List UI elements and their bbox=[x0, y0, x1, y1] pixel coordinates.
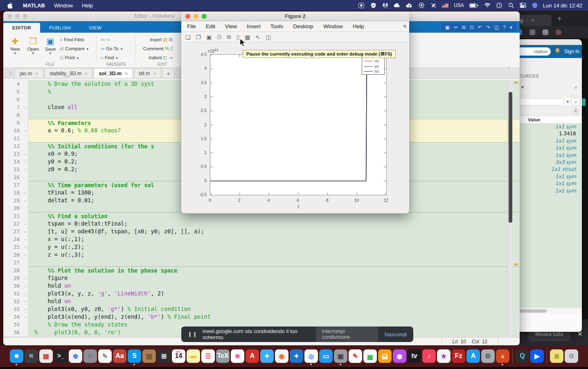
panel-menu-icon[interactable]: ▼ bbox=[573, 109, 579, 114]
pointer-icon[interactable]: ↖ bbox=[256, 34, 261, 40]
dock-icon-finder[interactable]: ☻ bbox=[10, 349, 23, 363]
dock-icon-html-editor[interactable]: ⊕ bbox=[69, 349, 82, 363]
code-text[interactable]: plot3(x(end), y(end), z(end), 'b*') % Fi… bbox=[29, 313, 520, 321]
tab-view[interactable]: VIEW bbox=[80, 23, 110, 33]
us-flag-icon[interactable] bbox=[442, 2, 448, 9]
figure-title-bar[interactable]: Figure 2 bbox=[181, 11, 409, 21]
search-icon[interactable] bbox=[508, 2, 514, 9]
code-text[interactable]: tspan = 0:deltat:tFinal; bbox=[29, 220, 520, 228]
close-window-button[interactable] bbox=[7, 14, 12, 18]
dock-icon-imovie[interactable]: ★ bbox=[437, 349, 451, 363]
code-text[interactable]: y = u(:,2); bbox=[29, 243, 520, 251]
cloud-upload-icon[interactable] bbox=[406, 2, 413, 9]
dock-icon-archive[interactable]: ≣ bbox=[550, 349, 563, 363]
favicon-grey[interactable] bbox=[529, 29, 535, 35]
sign-in-link[interactable]: Sign In bbox=[564, 49, 579, 54]
go-to-button[interactable]: ⇨ Go To ▼ bbox=[101, 46, 123, 51]
redo-icon[interactable]: ↷ bbox=[486, 25, 490, 30]
dock-icon-safari[interactable]: ✦ bbox=[260, 349, 274, 363]
control-center-icon[interactable] bbox=[520, 2, 526, 9]
wifi-icon[interactable] bbox=[484, 2, 491, 9]
dock-icon-skype[interactable]: S bbox=[128, 349, 141, 363]
menu-item-window[interactable]: Window bbox=[50, 2, 77, 9]
find-files-button[interactable]: ⌕ Find Files bbox=[60, 37, 84, 42]
plot-axes[interactable] bbox=[210, 54, 387, 195]
dock-icon-textedit[interactable]: ✎ bbox=[349, 349, 362, 363]
apple-logo-icon[interactable] bbox=[7, 2, 13, 9]
cut-icon[interactable]: ✂ bbox=[454, 25, 458, 30]
code-text[interactable]: figure bbox=[29, 274, 520, 282]
record-icon[interactable] bbox=[418, 2, 425, 9]
menu-bar-clock[interactable]: Lun 14 dic 12:42 bbox=[543, 2, 582, 9]
print-figure-icon[interactable]: ⎙ bbox=[217, 34, 221, 40]
open-file-icon[interactable]: ❐ bbox=[196, 34, 201, 40]
tab-publish[interactable]: PUBLISH bbox=[40, 23, 80, 33]
dock-icon-acrobat[interactable]: A bbox=[246, 349, 259, 363]
code-text[interactable]: %% Plot the solution in the phase space bbox=[29, 266, 520, 274]
dock-icon-launchpad[interactable]: ▦ bbox=[39, 349, 53, 363]
dock-icon-books[interactable]: ⬓ bbox=[378, 349, 392, 363]
cloud-sync-icon[interactable] bbox=[394, 2, 401, 9]
dock-icon-terminal[interactable]: >_ bbox=[54, 349, 68, 363]
figure-menu-edit[interactable]: Edit bbox=[206, 23, 215, 29]
figure-menu-insert[interactable]: Insert bbox=[247, 23, 261, 29]
dock-icon-zoom-app[interactable]: ▶ bbox=[530, 349, 544, 363]
shield-check-icon[interactable] bbox=[370, 2, 376, 9]
annotation-marker[interactable] bbox=[514, 264, 518, 265]
usa-label[interactable]: USA bbox=[454, 2, 464, 9]
new-document-tab[interactable]: + bbox=[162, 68, 174, 78]
code-text[interactable]: [t, u] = ode45(@f, tspan, [x0; y0; z0], … bbox=[29, 228, 520, 235]
figure-menu-file[interactable]: File bbox=[187, 23, 196, 29]
tab-close-icon[interactable]: × bbox=[153, 71, 156, 76]
new-figure-icon[interactable]: ❏ bbox=[185, 34, 191, 40]
indent-button[interactable]: Indent ⊏ ⇥ bbox=[149, 55, 173, 60]
menu-item-help[interactable]: Help bbox=[77, 2, 97, 9]
code-text[interactable] bbox=[29, 259, 520, 266]
document-tab-jac-m[interactable]: jac.m× bbox=[14, 68, 43, 78]
search-button[interactable]: ⌕ bbox=[571, 98, 580, 106]
save-button[interactable]: ▣Save▼ bbox=[42, 36, 59, 55]
more-icon[interactable]: ▾ bbox=[510, 25, 512, 30]
dropbox-icon[interactable] bbox=[382, 2, 388, 9]
dock-icon-reminders[interactable]: ☰ bbox=[201, 349, 215, 363]
new-button[interactable]: ✚New▼ bbox=[7, 36, 24, 55]
dock-icon-openoffice[interactable]: ✦ bbox=[290, 349, 303, 363]
code-text[interactable]: z = u(:,3); bbox=[29, 251, 520, 259]
detach-arrow-icon[interactable]: ◥ bbox=[403, 24, 406, 29]
code-text[interactable]: x = u(:,1); bbox=[29, 235, 520, 243]
notification-bell-icon[interactable] bbox=[555, 48, 560, 55]
dock-icon-app-store[interactable]: A bbox=[466, 349, 480, 363]
tab-close-icon[interactable]: × bbox=[85, 71, 87, 76]
dock-controls-icon[interactable]: ◫ bbox=[266, 34, 271, 40]
vertical-scrollbar[interactable] bbox=[507, 80, 513, 337]
dock-icon-matlab[interactable]: ▲ bbox=[496, 349, 509, 363]
tab-close-icon[interactable]: × bbox=[35, 71, 38, 76]
figure-menu-tools[interactable]: Tools bbox=[270, 23, 284, 29]
comment-button[interactable]: Comment % ⁒ bbox=[143, 46, 173, 51]
dock-icon-firefox[interactable]: ◉ bbox=[275, 349, 288, 363]
dock-icon-tex[interactable]: TeX bbox=[216, 349, 230, 363]
avatar[interactable] bbox=[556, 29, 561, 35]
collapse-ribbon-icon[interactable]: ⌅ bbox=[574, 84, 578, 90]
resources-dropdown-icon[interactable]: ▼ bbox=[520, 85, 525, 89]
back-icon[interactable]: ⇦ bbox=[101, 37, 105, 42]
annotation-marker[interactable] bbox=[514, 82, 518, 83]
save-figure-icon[interactable]: ▣ bbox=[206, 34, 212, 40]
undo-icon[interactable]: ↶ bbox=[478, 25, 482, 30]
dock-icon-photos[interactable]: ❀ bbox=[231, 349, 244, 363]
dock-icon-filezilla[interactable]: Fz bbox=[452, 349, 465, 363]
hide-button[interactable]: Nascondi bbox=[385, 331, 407, 338]
open-button[interactable]: ❒Open▼ bbox=[25, 36, 42, 55]
dock-icon-music[interactable]: ♪ bbox=[422, 349, 436, 363]
dock-icon-arch-app[interactable]: ∩ bbox=[83, 349, 97, 363]
forward-icon[interactable]: ⇨ bbox=[106, 37, 110, 42]
dock-icon-calendar[interactable]: 14DIC bbox=[172, 349, 185, 363]
zoom-window-button[interactable] bbox=[23, 14, 27, 18]
dock-icon-numbers[interactable]: ▅ bbox=[363, 349, 377, 363]
dock-icon-stickies[interactable]: ▬ bbox=[187, 349, 200, 363]
minimize-window-button[interactable] bbox=[15, 14, 20, 18]
dock-icon-contacts[interactable]: ▤ bbox=[142, 349, 156, 363]
battery-icon[interactable] bbox=[469, 2, 479, 9]
code-text[interactable]: hold on bbox=[29, 297, 520, 305]
dock-icon-calculator[interactable]: ⊞ bbox=[157, 349, 171, 363]
